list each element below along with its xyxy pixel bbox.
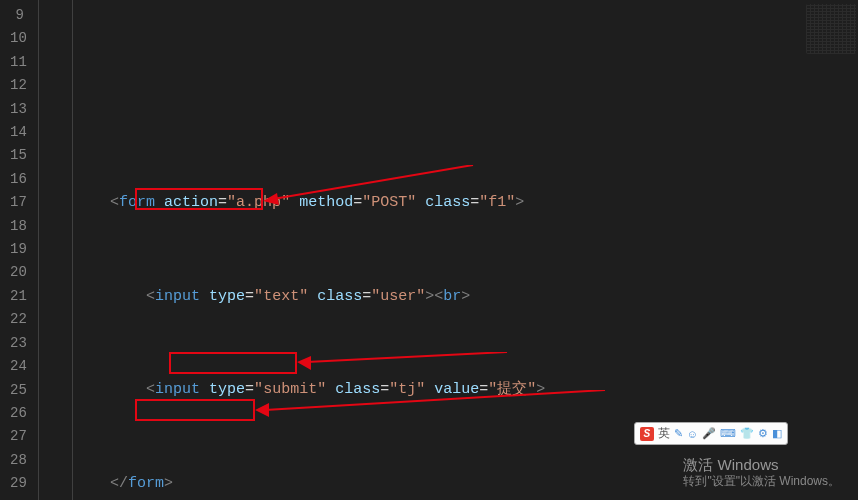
line-number: 19 [10,238,24,261]
ime-lang-indicator[interactable]: 英 [658,425,670,442]
line-number: 10 [10,27,24,50]
minimap[interactable] [806,4,856,54]
line-number: 18 [10,215,24,238]
ime-logo-icon: S [640,427,654,441]
line-number: 23 [10,332,24,355]
code-line: <input type="text" class="user"><br> [38,285,858,308]
line-number: 26 [10,402,24,425]
ime-pen-icon[interactable]: ✎ [674,427,683,440]
line-number: 29 [10,472,24,495]
line-number: 13 [10,98,24,121]
line-number: 27 [10,425,24,448]
line-number-gutter: 9101112131415161718192021222324252627282… [0,0,38,500]
svg-marker-3 [297,356,311,370]
highlight-box [169,352,297,374]
line-number: 14 [10,121,24,144]
line-number: 20 [10,261,24,284]
line-number: 25 [10,379,24,402]
code-line: <form action="a.php" method="POST" class… [38,191,858,214]
line-number: 21 [10,285,24,308]
ime-toolbar[interactable]: S 英 ✎ ☺ 🎤 ⌨ 👕 ⚙ ◧ [634,422,788,445]
line-number: 17 [10,191,24,214]
line-number: 11 [10,51,24,74]
svg-line-2 [307,352,507,362]
ime-toolbox-icon[interactable]: ◧ [772,427,782,440]
ime-emoji-icon[interactable]: ☺ [687,428,698,440]
highlight-box [135,399,255,421]
code-line: </form> [38,472,858,495]
line-number: 15 [10,144,24,167]
line-number: 22 [10,308,24,331]
form-action: a.php [236,194,281,211]
ime-mic-icon[interactable]: 🎤 [702,427,716,440]
ime-settings-icon[interactable]: ⚙ [758,427,768,440]
line-number: 16 [10,168,24,191]
line-number: 28 [10,449,24,472]
line-number: 24 [10,355,24,378]
code-line: <input type="submit" class="tj" value="提… [38,378,858,401]
line-number: 9 [10,4,24,27]
ime-keyboard-icon[interactable]: ⌨ [720,427,736,440]
ime-skin-icon[interactable]: 👕 [740,427,754,440]
svg-marker-5 [255,403,269,417]
line-number: 12 [10,74,24,97]
